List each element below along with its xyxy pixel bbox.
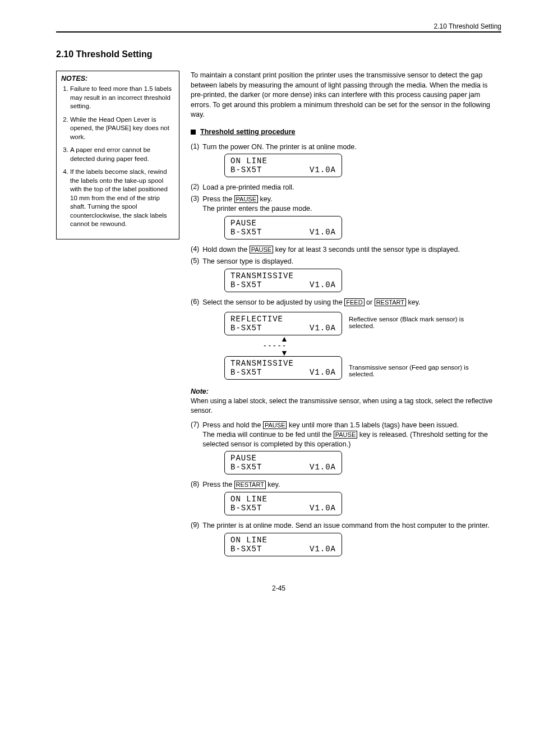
step-number: (4)	[191, 245, 199, 253]
lcd-line1: TRANSMISSIVE	[230, 271, 294, 280]
step-text-frag: key.	[266, 481, 280, 488]
step-text: Press the PAUSE key. The printer enters …	[202, 195, 501, 214]
step-number: (8)	[191, 480, 199, 488]
lcd-line2-left: B-SX5T	[230, 324, 262, 333]
step-text: Select the sensor to be adjusted by usin…	[202, 298, 501, 307]
step-text-frag: Hold down the	[202, 246, 249, 253]
lcd-display: REFLECTIVE B-SX5TV1.0A	[224, 312, 342, 335]
lcd-line2-right: V1.0A	[310, 165, 336, 174]
step-number: (6)	[191, 298, 199, 306]
step-row: (4) Hold down the PAUSE key for at least…	[191, 245, 501, 255]
step-text-frag: key until more than 1.5 labels (tags) ha…	[287, 421, 458, 429]
step-row: (6) Select the sensor to be adjusted by …	[191, 298, 501, 307]
lcd-line1: REFLECTIVE	[230, 315, 283, 324]
lcd-line2-left: B-SX5T	[230, 165, 262, 174]
intro-paragraph: To maintain a constant print position th…	[191, 71, 501, 120]
lcd-line1: TRANSMISSIVE	[230, 359, 294, 368]
step-text-frag: Press and hold the	[202, 421, 263, 429]
page-number: 2-45	[56, 584, 501, 592]
step-number: (2)	[191, 183, 199, 191]
step-row: (1) Turn the power ON. The printer is at…	[191, 142, 501, 152]
note-item: While the Head Open Lever is opened, the…	[70, 116, 174, 142]
lcd-display: PAUSE B-SX5TV1.0A	[224, 216, 342, 239]
step-row: (2) Load a pre-printed media roll.	[191, 183, 501, 192]
lcd-line2-right: V1.0A	[310, 368, 336, 377]
arrow-up-icon: ▲	[280, 335, 501, 343]
step-text-frag: Press the	[202, 481, 234, 488]
lcd-line2-left: B-SX5T	[230, 228, 262, 237]
arrow-down-icon: ▼	[280, 349, 501, 357]
step-text: Hold down the PAUSE key for at least 3 s…	[202, 245, 501, 255]
lcd-line1: PAUSE	[230, 219, 257, 228]
lcd-line2-left: B-SX5T	[230, 463, 262, 472]
inline-note-title: Note:	[191, 388, 501, 395]
lcd-line2-right: V1.0A	[310, 463, 336, 472]
step-number: (9)	[191, 521, 199, 529]
step-number: (1)	[191, 142, 199, 150]
lcd-display: TRANSMISSIVE B-SX5TV1.0A	[224, 269, 342, 292]
lcd-display: ON LINE B-SX5TV1.0A	[224, 533, 342, 556]
lcd-line1: ON LINE	[230, 495, 268, 504]
pause-key-label: PAUSE	[334, 431, 357, 439]
step-row: (9) The printer is at online mode. Send …	[191, 521, 501, 531]
step-row: (8) Press the RESTART key.	[191, 480, 501, 490]
lcd-line2-left: B-SX5T	[230, 545, 262, 554]
lcd-display: PAUSE B-SX5TV1.0A	[224, 451, 342, 474]
restart-key-label: RESTART	[234, 481, 266, 488]
lcd-line2-right: V1.0A	[310, 504, 336, 513]
step-text-frag: key.	[258, 195, 272, 203]
pause-key-label: PAUSE	[263, 421, 287, 429]
step-number: (7)	[191, 421, 199, 428]
step-text-frag: Select the sensor to be adjusted by usin…	[202, 298, 344, 306]
step-text-frag: or	[365, 298, 375, 306]
step-text-frag: key for at least 3 seconds until the sen…	[273, 246, 460, 253]
lcd-caption: Transmissive sensor (Feed gap sensor) is…	[349, 364, 472, 377]
lcd-line2-right: V1.0A	[310, 228, 336, 237]
step-text: Press the RESTART key.	[202, 480, 501, 490]
step-row: (3) Press the PAUSE key. The printer ent…	[191, 195, 501, 214]
lcd-line2-right: V1.0A	[310, 545, 336, 554]
header-section: 2.10 Threshold Setting	[56, 22, 501, 30]
step-text: The printer is at online mode. Send an i…	[202, 521, 501, 531]
procedure-heading: Threshold setting procedure	[191, 128, 501, 136]
lcd-line1: ON LINE	[230, 536, 268, 545]
square-bullet-icon	[191, 130, 196, 135]
lcd-line2-right: V1.0A	[310, 280, 336, 289]
inline-note-text: When using a label stock, select the tra…	[191, 397, 501, 414]
notes-title: NOTES:	[61, 75, 174, 82]
note-item: Failure to feed more than 1.5 labels may…	[70, 85, 174, 111]
note-item: If the labels become slack, rewind the l…	[70, 168, 174, 229]
step-text: The sensor type is displayed.	[202, 257, 501, 266]
step-text-frag: The printer enters the pause mode.	[202, 205, 312, 213]
lcd-display: ON LINE B-SX5TV1.0A	[224, 154, 342, 177]
feed-key-label: FEED	[344, 298, 364, 306]
lcd-line2-left: B-SX5T	[230, 280, 262, 289]
arrow-separator: ▲ - - - - - ▼	[264, 335, 501, 357]
step-number: (3)	[191, 195, 199, 202]
lcd-line2-left: B-SX5T	[230, 368, 262, 377]
lcd-display: TRANSMISSIVE B-SX5TV1.0A	[224, 356, 342, 380]
restart-key-label: RESTART	[375, 298, 406, 306]
notes-box: NOTES: Failure to feed more than 1.5 lab…	[56, 71, 179, 239]
step-text-frag: The media will continue to be fed until …	[202, 431, 333, 439]
lcd-caption: Reflective sensor (Black mark sensor) is…	[349, 316, 472, 329]
arrow-dash-icon: - - - - -	[264, 342, 501, 349]
pause-key-label: PAUSE	[234, 195, 258, 203]
step-row: (5) The sensor type is displayed.	[191, 257, 501, 266]
step-text: Turn the power ON. The printer is at onl…	[202, 142, 501, 152]
note-item: A paper end error cannot be detected dur…	[70, 146, 174, 163]
step-text: Press and hold the PAUSE key until more …	[202, 421, 501, 449]
lcd-line2-left: B-SX5T	[230, 504, 262, 513]
notes-list: Failure to feed more than 1.5 labels may…	[61, 85, 174, 229]
page-title: 2.10 Threshold Setting	[56, 49, 501, 59]
step-number: (5)	[191, 257, 199, 265]
step-row: (7) Press and hold the PAUSE key until m…	[191, 421, 501, 449]
lcd-display: ON LINE B-SX5TV1.0A	[224, 492, 342, 515]
header-rule	[56, 31, 501, 33]
lcd-line1: PAUSE	[230, 454, 257, 463]
lcd-line2-right: V1.0A	[310, 324, 336, 333]
step-text: Load a pre-printed media roll.	[202, 183, 501, 192]
lcd-line1: ON LINE	[230, 156, 268, 165]
procedure-heading-text: Threshold setting procedure	[200, 128, 295, 136]
step-text-frag: Press the	[202, 195, 234, 203]
